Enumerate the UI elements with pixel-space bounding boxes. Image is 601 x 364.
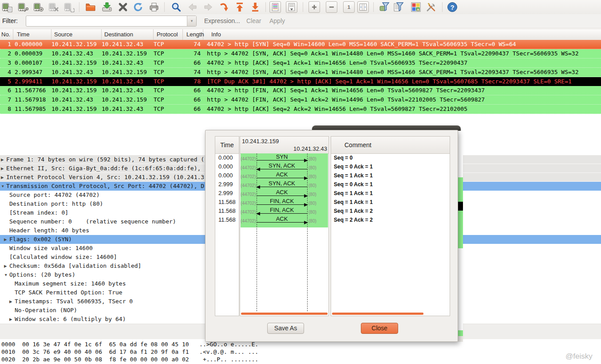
coloring-rules-icon[interactable] [410, 1, 422, 13]
flow-arrow-row[interactable]: (44702)ACK(80) [240, 171, 328, 180]
flow-comment[interactable]: Seq = 2 Ack = 2 [331, 215, 450, 224]
list-interfaces-icon[interactable] [1, 1, 13, 13]
print-icon[interactable] [148, 1, 160, 13]
flow-arrow-row[interactable]: (44702)SYN(80) [240, 153, 328, 162]
close-file-icon[interactable] [117, 1, 129, 13]
packet-cell: 66 [183, 86, 203, 95]
filter-dropdown-icon[interactable]: ▾ [187, 16, 196, 26]
close-button[interactable]: Close [361, 323, 398, 334]
flow-arrow-row[interactable]: (44702)ACK(80) [240, 189, 328, 198]
flow-time-value[interactable]: 0.000 [215, 153, 239, 162]
packet-row[interactable]: 20.00003910.241.32.4310.241.32.159TCP74h… [0, 49, 601, 59]
display-filters-icon[interactable] [393, 1, 404, 13]
detail-row-text: Flags: 0x002 (SYN) [9, 235, 72, 244]
packet-cell: 10.241.32.43 [102, 59, 154, 67]
flow-comment[interactable]: Seq = 1 Ack = 1 [331, 198, 450, 207]
column-header-source[interactable]: Source [51, 29, 102, 40]
capture-filters-icon[interactable] [379, 1, 390, 13]
packet-cell: http > 44702 [SYN, ACK] Seq=0 Ack=1 Win=… [203, 49, 601, 58]
expand-icon[interactable]: ▶ [1, 155, 4, 164]
collapse-icon[interactable]: ▼ [4, 270, 8, 279]
packet-row[interactable]: 811.56798510.241.32.15910.241.32.43TCP66… [0, 105, 601, 114]
flow-comment[interactable]: Seq = 0 [331, 153, 450, 162]
zoom-100-icon[interactable]: 1 [343, 1, 355, 13]
packet-cell: 10.241.32.159 [51, 77, 102, 86]
packet-row[interactable]: 30.00010710.241.32.15910.241.32.43TCP664… [0, 59, 601, 68]
packet-cell: TCP [154, 40, 183, 49]
flow-arrow-row[interactable]: (44702)ACK(80) [240, 215, 328, 224]
flow-arrow-row[interactable]: (44702)FIN, ACK(80) [240, 198, 328, 207]
column-header-length[interactable]: Length [183, 29, 203, 40]
zoom-out-icon[interactable] [326, 1, 337, 13]
start-capture-icon[interactable] [33, 1, 44, 13]
packet-cell: 10.241.32.159 [51, 40, 102, 49]
column-header-no[interactable]: No. [0, 29, 13, 40]
hex-dump-pane[interactable]: 0000 00 16 3e 47 4f 0e 1c 6f 65 0a dd fe… [0, 339, 601, 364]
save-as-button[interactable]: Save As [267, 323, 304, 334]
go-back-icon[interactable] [187, 1, 198, 13]
flow-comment[interactable]: Seq = 1 Ack = 2 [331, 207, 450, 215]
expand-icon[interactable]: ▶ [4, 262, 7, 270]
flow-arrow-row[interactable]: (44702)SYN, ACK(80) [240, 162, 328, 171]
packet-cell: 10.241.32.43 [102, 77, 154, 86]
packet-row[interactable]: 10.00000010.241.32.15910.241.32.43TCP744… [0, 40, 601, 49]
column-header-destination[interactable]: Destination [102, 29, 154, 40]
flow-comment[interactable]: Seq = 0 Ack = 1 [331, 180, 450, 189]
resize-columns-icon[interactable] [357, 1, 369, 13]
flow-time-value[interactable]: 11.568 [215, 215, 239, 224]
detail-row-text: Window scale: 6 (multiply by 64) [15, 315, 126, 324]
flow-time-value[interactable]: 2.999 [215, 189, 239, 198]
reload-icon[interactable] [132, 1, 144, 13]
expand-icon[interactable]: ▶ [9, 297, 12, 306]
collapse-icon[interactable]: ▼ [1, 182, 4, 191]
expand-icon[interactable]: ▶ [1, 173, 4, 182]
packet-cell: TCP [154, 68, 183, 77]
flow-time-value[interactable]: 0.000 [215, 162, 239, 171]
flow-horizontal-scrollbar[interactable] [241, 313, 328, 315]
colorize-icon[interactable] [269, 1, 281, 13]
packet-cell: 3 [0, 59, 13, 67]
go-forward-icon[interactable] [202, 1, 214, 13]
packet-cell: 0.000039 [13, 49, 51, 58]
flow-time-value[interactable]: 11.568 [215, 207, 239, 215]
flow-time-panel: Time 0.0000.0000.0002.9992.99911.56811.5… [215, 136, 239, 316]
preferences-icon[interactable] [425, 1, 437, 13]
expand-icon[interactable]: ▶ [4, 235, 7, 244]
comment-horizontal-scrollbar[interactable] [332, 313, 423, 315]
go-last-packet-icon[interactable] [249, 1, 261, 13]
zoom-in-icon[interactable] [308, 1, 320, 13]
restart-capture-icon[interactable] [63, 1, 75, 13]
clear-button[interactable]: Clear [246, 17, 261, 24]
expression-button[interactable]: Expression... [204, 17, 240, 24]
flow-arrow-row[interactable]: (44702)FIN, ACK(80) [240, 207, 328, 215]
column-header-time[interactable]: Time [13, 29, 51, 40]
apply-button[interactable]: Apply [269, 17, 285, 24]
flow-time-value[interactable]: 11.568 [215, 198, 239, 207]
auto-scroll-icon[interactable] [286, 1, 297, 13]
expand-icon[interactable]: ▶ [9, 315, 12, 324]
flow-comment[interactable]: Seq = 1 Ack = 1 [331, 171, 450, 180]
packet-row[interactable]: 611.56776610.241.32.15910.241.32.43TCP66… [0, 86, 601, 95]
open-file-icon[interactable] [85, 1, 96, 13]
go-to-packet-icon[interactable] [218, 1, 230, 13]
detail-row-text: Frame 1: 74 bytes on wire (592 bits), 74… [6, 155, 204, 164]
flow-comment[interactable]: Seq = 1 Ack = 1 [331, 189, 450, 198]
packet-row[interactable]: 42.99934710.241.32.4310.241.32.159TCP74h… [0, 68, 601, 77]
flow-arrow-row[interactable]: (44702)SYN, ACK(80) [240, 180, 328, 189]
help-icon[interactable]: ? [447, 1, 458, 13]
filter-input[interactable]: ▾ [26, 16, 197, 27]
capture-options-icon[interactable] [17, 1, 29, 13]
flow-comment[interactable]: Seq = 0 Ack = 1 [331, 162, 450, 171]
find-packet-icon[interactable] [170, 1, 182, 13]
flow-time-value[interactable]: 0.000 [215, 171, 239, 180]
column-header-protocol[interactable]: Protocol [154, 29, 183, 40]
go-first-packet-icon[interactable] [234, 1, 245, 13]
expand-icon[interactable]: ▶ [1, 164, 4, 173]
destination-port-label: (80) [308, 183, 316, 188]
save-file-icon[interactable] [101, 1, 113, 13]
column-header-info[interactable]: Info [203, 29, 601, 40]
packet-row[interactable]: 711.56791810.241.32.4310.241.32.159TCP66… [0, 95, 601, 105]
flow-time-value[interactable]: 2.999 [215, 180, 239, 189]
packet-row[interactable]: 52.99941110.241.32.15910.241.32.43TCP78[… [0, 77, 601, 86]
stop-capture-icon[interactable] [48, 1, 59, 13]
